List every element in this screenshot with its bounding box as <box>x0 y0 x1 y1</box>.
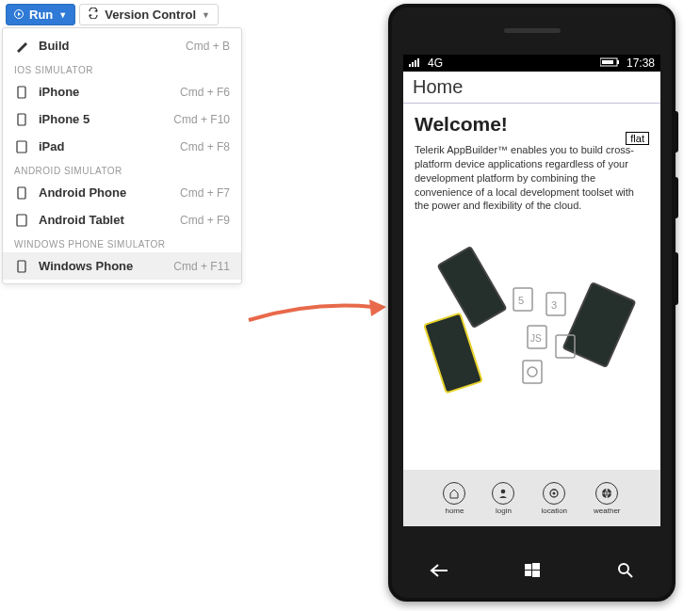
run-button[interactable]: Run ▼ <box>6 4 75 25</box>
svg-rect-14 <box>417 58 419 67</box>
home-icon <box>443 482 465 505</box>
hero-illustration: 5 3 JS <box>415 232 649 420</box>
page-title: Home <box>403 72 660 104</box>
tab-weather[interactable]: weather <box>594 482 620 515</box>
svg-marker-3 <box>90 14 92 17</box>
welcome-body: Telerik AppBuilder™ enables you to build… <box>415 143 649 213</box>
menu-label: iPhone <box>39 85 171 99</box>
phone-icon <box>14 113 29 126</box>
svg-rect-32 <box>532 563 540 570</box>
svg-rect-8 <box>17 215 26 226</box>
flat-badge[interactable]: flat <box>626 132 649 145</box>
app-content: flat Welcome! Telerik AppBuilder™ enable… <box>403 104 660 429</box>
menu-item-iphone[interactable]: iPhone Cmd + F6 <box>3 78 241 105</box>
menu-header-android: ANDROID SIMULATOR <box>3 160 241 179</box>
phone-icon <box>14 186 29 200</box>
menu-label: Android Phone <box>39 185 171 200</box>
menu-shortcut: Cmd + F11 <box>173 260 230 273</box>
location-icon <box>543 482 565 505</box>
menu-item-windows-phone[interactable]: Windows Phone Cmd + F11 <box>3 252 241 280</box>
hammer-icon <box>14 40 29 53</box>
globe-icon <box>595 482 618 505</box>
svg-marker-2 <box>94 9 97 12</box>
tab-bar: home login location weather <box>403 470 660 526</box>
tab-label: weather <box>594 506 620 515</box>
menu-shortcut: Cmd + F9 <box>180 214 230 227</box>
svg-rect-7 <box>18 187 25 199</box>
play-icon <box>14 8 24 22</box>
welcome-heading: Welcome! <box>415 113 649 136</box>
menu-shortcut: Cmd + F7 <box>180 186 230 200</box>
menu-label: Windows Phone <box>39 259 164 273</box>
menu-label: Android Tablet <box>39 213 171 227</box>
nav-back-button[interactable] <box>415 556 463 585</box>
tab-label: home <box>445 506 464 515</box>
battery-icon <box>600 56 621 70</box>
version-control-button[interactable]: Version Control ▼ <box>79 4 219 25</box>
device-nav <box>392 556 672 585</box>
svg-rect-13 <box>415 60 416 67</box>
svg-point-35 <box>619 564 628 573</box>
menu-shortcut: Cmd + F6 <box>180 86 230 99</box>
svg-text:5: 5 <box>518 295 524 306</box>
caret-down-icon: ▼ <box>58 10 67 20</box>
svg-rect-33 <box>525 571 531 576</box>
phone-earpiece <box>504 28 561 33</box>
phone-screen: 4G 17:38 Home flat Welcome! Telerik AppB… <box>403 55 660 526</box>
menu-item-ipad[interactable]: iPad Cmd + F8 <box>3 133 241 160</box>
svg-marker-10 <box>369 299 386 316</box>
status-bar: 4G 17:38 <box>403 55 660 72</box>
signal-icon <box>409 56 422 70</box>
menu-label: iPad <box>39 139 171 153</box>
tab-label: location <box>541 506 567 515</box>
menu-label: iPhone 5 <box>39 112 164 126</box>
nav-search-button[interactable] <box>602 556 649 585</box>
menu-shortcut: Cmd + F8 <box>180 140 230 153</box>
svg-rect-34 <box>532 571 540 577</box>
menu-header-wp: WINDOWS PHONE SIMULATOR <box>3 233 241 252</box>
phone-icon <box>14 86 29 99</box>
svg-rect-24 <box>556 335 575 358</box>
phone-side-button <box>673 111 678 153</box>
svg-marker-1 <box>18 12 21 16</box>
user-icon <box>492 482 514 505</box>
phone-side-button <box>673 177 678 218</box>
phone-simulator: 4G 17:38 Home flat Welcome! Telerik AppB… <box>388 4 676 602</box>
svg-text:3: 3 <box>551 299 557 311</box>
svg-rect-31 <box>525 564 531 570</box>
svg-point-27 <box>501 489 506 493</box>
phone-side-button <box>673 252 678 305</box>
status-network: 4G <box>428 56 443 70</box>
menu-item-android-phone[interactable]: Android Phone Cmd + F7 <box>3 179 241 206</box>
svg-line-36 <box>627 572 632 577</box>
tab-home[interactable]: home <box>443 482 465 515</box>
menu-item-iphone5[interactable]: iPhone 5 Cmd + F10 <box>3 105 241 133</box>
svg-rect-12 <box>412 62 414 67</box>
svg-text:JS: JS <box>530 333 542 344</box>
sync-icon <box>88 8 99 22</box>
menu-item-build[interactable]: Build Cmd + B <box>3 32 241 59</box>
svg-rect-16 <box>617 60 619 64</box>
run-label: Run <box>29 8 53 22</box>
tab-login[interactable]: login <box>492 482 514 515</box>
caret-down-icon: ▼ <box>202 10 210 20</box>
tablet-icon <box>14 214 29 227</box>
svg-point-29 <box>553 491 556 494</box>
menu-shortcut: Cmd + F10 <box>173 113 230 126</box>
nav-windows-button[interactable] <box>509 556 556 585</box>
status-time: 17:38 <box>627 56 655 70</box>
svg-rect-9 <box>18 261 25 272</box>
svg-rect-11 <box>409 64 411 67</box>
vc-label: Version Control <box>105 8 196 22</box>
menu-header-ios: IOS SIMULATOR <box>3 59 241 78</box>
svg-rect-17 <box>602 60 613 64</box>
menu-item-android-tablet[interactable]: Android Tablet Cmd + F9 <box>3 206 241 233</box>
svg-rect-25 <box>523 361 542 383</box>
menu-label: Build <box>39 39 176 53</box>
phone-icon <box>14 260 29 273</box>
svg-point-26 <box>528 367 537 377</box>
run-dropdown: Build Cmd + B IOS SIMULATOR iPhone Cmd +… <box>2 27 242 284</box>
tab-location[interactable]: location <box>541 482 567 515</box>
annotation-arrow <box>245 292 388 330</box>
svg-rect-5 <box>18 114 25 125</box>
